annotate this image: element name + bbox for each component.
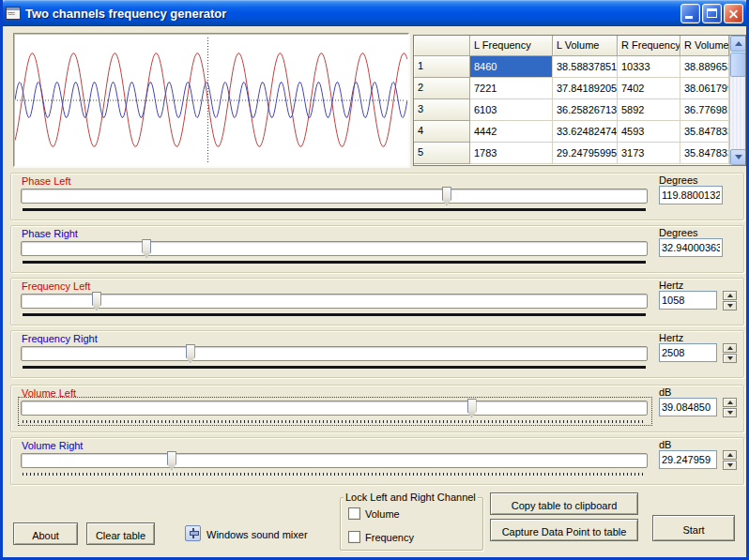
- table-cell[interactable]: 5892: [618, 99, 680, 121]
- scrollbar-thumb[interactable]: [730, 53, 746, 77]
- frequency-left-section: Frequency Left Hertz: [10, 278, 744, 325]
- table-cell[interactable]: 7221: [470, 78, 553, 99]
- volume-left-value[interactable]: [659, 398, 717, 416]
- column-header[interactable]: [414, 36, 470, 56]
- frequency-right-section: Frequency Right Hertz: [10, 330, 744, 378]
- capture-data-point-button[interactable]: Capture Data Point to table: [490, 519, 638, 541]
- column-header[interactable]: L Frequency: [470, 36, 553, 56]
- volume-right-slider[interactable]: [21, 453, 648, 468]
- table-cell[interactable]: 33.62482474: [553, 121, 618, 143]
- copy-table-button[interactable]: Copy table to clipboard: [490, 492, 638, 515]
- frequency-checkbox-label: Frequency: [365, 532, 414, 543]
- table-cell[interactable]: 4593: [618, 121, 680, 143]
- slider-thumb[interactable]: [186, 344, 195, 363]
- unit-label: dB: [659, 439, 671, 450]
- slider-ticks: [23, 261, 646, 264]
- frequency-right-label: Frequency Right: [22, 333, 98, 344]
- sound-mixer-label: Windows sound mixer: [206, 529, 308, 540]
- volume-right-value[interactable]: [659, 450, 717, 469]
- table-cell[interactable]: 36.25826713: [553, 99, 618, 121]
- volume-checkbox-label: Volume: [365, 508, 400, 520]
- slider-ticks: [23, 366, 646, 369]
- slider-thumb[interactable]: [442, 187, 451, 205]
- sound-mixer-icon[interactable]: [185, 525, 201, 541]
- table-cell[interactable]: 36.77698181: [680, 99, 729, 121]
- frequency-left-label: Frequency Left: [22, 280, 90, 292]
- column-header[interactable]: L Volume: [553, 36, 618, 56]
- row-header[interactable]: 1: [414, 56, 470, 78]
- spinner-down-button[interactable]: [723, 408, 737, 417]
- table-row: 3610336.25826713589236.77698181: [414, 99, 729, 121]
- table-row: 1846038.588378511033338.88965344: [414, 56, 729, 78]
- table-cell[interactable]: 38.58837851: [553, 56, 618, 78]
- row-header[interactable]: 5: [414, 143, 470, 164]
- frequency-checkbox[interactable]: [348, 531, 360, 543]
- frequency-left-value[interactable]: [659, 291, 717, 310]
- table-cell[interactable]: 3173: [618, 143, 680, 164]
- lock-channel-group-title: Lock Left and Right Channel: [344, 492, 478, 503]
- slider-thumb[interactable]: [467, 399, 477, 417]
- spinner-down-button[interactable]: [723, 301, 737, 310]
- table-header-row: L FrequencyL VolumeR FrequencyR Volume: [414, 36, 729, 56]
- column-header[interactable]: R Volume: [680, 36, 729, 56]
- start-button[interactable]: Start: [652, 515, 735, 541]
- arrow-down-icon: [727, 356, 733, 360]
- table-cell[interactable]: 4442: [470, 121, 553, 143]
- unit-label: Degrees: [659, 227, 698, 238]
- frequency-left-spinner: [723, 291, 737, 310]
- spinner-up-button[interactable]: [723, 398, 737, 407]
- table-cell[interactable]: 38.88965344: [680, 56, 729, 78]
- volume-checkbox[interactable]: [348, 507, 360, 520]
- table-scrollbar[interactable]: [729, 36, 745, 165]
- volume-left-section: Volume Left dB: [10, 385, 744, 432]
- slider-thumb[interactable]: [92, 292, 101, 310]
- row-header[interactable]: 2: [414, 78, 470, 99]
- frequency-right-value[interactable]: [659, 343, 717, 362]
- table-cell[interactable]: 35.84783378: [680, 121, 729, 143]
- phase-right-value[interactable]: [659, 238, 723, 257]
- spinner-down-button[interactable]: [723, 461, 737, 470]
- arrow-down-icon: [727, 463, 733, 467]
- volume-left-spinner: [723, 398, 737, 417]
- table-cell[interactable]: 35.84783378: [680, 143, 729, 164]
- table-cell[interactable]: 7402: [618, 78, 680, 99]
- spinner-down-button[interactable]: [723, 354, 737, 363]
- arrow-up-icon: [727, 401, 733, 404]
- phase-left-label: Phase Left: [22, 175, 71, 187]
- maximize-button[interactable]: [702, 4, 722, 23]
- close-button[interactable]: [724, 4, 743, 23]
- volume-checkbox-row: Volume: [348, 507, 400, 520]
- table-cell[interactable]: 29.24795995: [553, 143, 618, 164]
- slider-thumb[interactable]: [167, 451, 176, 470]
- spinner-up-button[interactable]: [723, 450, 737, 460]
- phase-left-value[interactable]: [659, 186, 723, 204]
- table-cell[interactable]: 38.06179973: [680, 78, 729, 99]
- scroll-up-button[interactable]: [730, 36, 746, 52]
- spinner-up-button[interactable]: [723, 343, 737, 353]
- table-cell[interactable]: 10333: [618, 56, 680, 78]
- frequency-left-slider[interactable]: [21, 294, 648, 309]
- scroll-down-button[interactable]: [730, 149, 746, 165]
- slider-thumb[interactable]: [142, 239, 151, 258]
- about-button[interactable]: About: [13, 522, 78, 545]
- phase-right-slider[interactable]: [21, 241, 648, 256]
- minimize-button[interactable]: [680, 4, 700, 23]
- volume-left-slider[interactable]: [21, 401, 648, 416]
- row-header[interactable]: 4: [414, 121, 470, 143]
- table-cell[interactable]: 1783: [470, 143, 553, 164]
- column-header[interactable]: R Frequency: [618, 36, 680, 56]
- data-table: L FrequencyL VolumeR FrequencyR Volume18…: [413, 35, 746, 166]
- arrow-up-icon: [735, 41, 742, 46]
- arrow-up-icon: [727, 346, 733, 350]
- slider-ticks: [23, 420, 646, 423]
- frequency-right-slider[interactable]: [21, 346, 648, 361]
- phase-left-slider[interactable]: [21, 189, 648, 204]
- row-header[interactable]: 3: [414, 99, 470, 121]
- table-cell[interactable]: 6103: [470, 99, 553, 121]
- clear-table-button[interactable]: Clear table: [86, 522, 155, 545]
- table-cell[interactable]: 8460: [470, 56, 553, 78]
- unit-label: Hertz: [659, 332, 683, 343]
- slider-ticks: [23, 473, 646, 476]
- spinner-up-button[interactable]: [723, 291, 737, 300]
- table-cell[interactable]: 37.84189205: [553, 78, 618, 99]
